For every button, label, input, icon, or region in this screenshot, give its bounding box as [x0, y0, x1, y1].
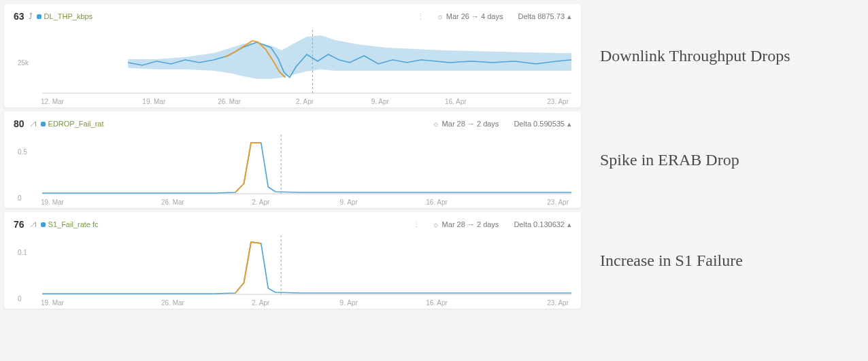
metric-name: EDROP_Fail_rat — [48, 120, 104, 128]
caret-up-icon: ▴ — [567, 12, 571, 20]
card-header: 76 ⩘ S1_Fail_rate fc ⋮ ☼Mar 28 → 2 days … — [14, 219, 571, 230]
date-range: ☼Mar 26 → 4 days — [437, 12, 503, 20]
x-ticks: 19. Mar 26. Mar 2. Apr 9. Apr 16. Apr 23… — [14, 298, 571, 307]
metric-name: DL_THP_kbps — [44, 12, 93, 20]
x-ticks: 19. Mar 26. Mar 2. Apr 9. Apr 16. Apr 23… — [14, 197, 571, 206]
trend-icon: ⩘ — [29, 119, 37, 128]
chart-area-2: 0.5 0 19. Mar 26. Mar 2. Apr 9. Apr 16. … — [14, 129, 571, 204]
y-tick: 0 — [18, 194, 22, 202]
card-header: 80 ⩘ EDROP_Fail_rat ☼Mar 28 → 2 days Del… — [14, 118, 571, 129]
label-col-3: Increase in S1 Failure — [581, 212, 868, 309]
series-color-dot — [37, 14, 41, 19]
card-header: 63 ⤴ DL_THP_kbps ⋮ ☼Mar 26 → 4 days Delt… — [14, 11, 571, 22]
chart-area-3: 0.1 0 19. Mar 26. Mar 2. Apr 9. Apr 16. … — [14, 230, 571, 305]
y-tick: 0 — [18, 295, 22, 303]
date-range: ☼Mar 28 → 2 days — [433, 120, 499, 128]
metric-row-2: 80 ⩘ EDROP_Fail_rat ☼Mar 28 → 2 days Del… — [0, 111, 868, 208]
delta-value: Delta 0.590535▴ — [514, 120, 571, 128]
caret-up-icon: ▴ — [567, 120, 571, 128]
score-badge: 76 — [14, 219, 24, 230]
chart-card-3[interactable]: 76 ⩘ S1_Fail_rate fc ⋮ ☼Mar 28 → 2 days … — [4, 212, 581, 309]
score-badge: 63 — [14, 11, 24, 22]
chart-area-1: 25k 12. Mar 19. Mar 26. Mar 2. Apr — [14, 22, 571, 103]
date-range: ☼Mar 28 → 2 days — [433, 220, 499, 228]
dashboard-page: 63 ⤴ DL_THP_kbps ⋮ ☼Mar 26 → 4 days Delt… — [0, 0, 868, 361]
delta-value: Delta 0.130632▴ — [514, 220, 571, 229]
series-color-dot — [41, 122, 46, 126]
label-col-2: Spike in ERAB Drop — [581, 111, 868, 208]
label-col-1: Downlink Throughput Drops — [581, 4, 868, 107]
delta-value: Delta 8875.73▴ — [518, 12, 572, 21]
metric-row-3: 76 ⩘ S1_Fail_rate fc ⋮ ☼Mar 28 → 2 days … — [0, 212, 868, 309]
calendar-icon: ☼ — [433, 220, 439, 228]
row-title: Downlink Throughput Drops — [600, 47, 790, 65]
score-badge: 80 — [14, 118, 24, 129]
trend-icon: ⩘ — [29, 220, 37, 229]
ellipsis-icon[interactable]: ⋮ — [417, 12, 426, 21]
row-title: Spike in ERAB Drop — [600, 151, 739, 169]
metric-name: S1_Fail_rate fc — [48, 220, 99, 228]
calendar-icon: ☼ — [433, 120, 439, 128]
row-title: Increase in S1 Failure — [600, 252, 743, 270]
calendar-icon: ☼ — [437, 12, 444, 20]
metric-row-1: 63 ⤴ DL_THP_kbps ⋮ ☼Mar 26 → 4 days Delt… — [0, 4, 868, 107]
x-ticks: 12. Mar 19. Mar 26. Mar 2. Apr 9. Apr 16… — [14, 97, 571, 105]
series-color-dot — [41, 222, 46, 227]
chart-card-2[interactable]: 80 ⩘ EDROP_Fail_rat ☼Mar 28 → 2 days Del… — [4, 111, 581, 208]
chart-card-1[interactable]: 63 ⤴ DL_THP_kbps ⋮ ☼Mar 26 → 4 days Delt… — [4, 4, 581, 107]
y-tick: 0.1 — [18, 249, 27, 256]
trend-icon: ⤴ — [29, 12, 33, 21]
y-tick: 0.5 — [18, 148, 27, 156]
caret-up-icon: ▴ — [567, 220, 571, 228]
y-tick: 25k — [18, 59, 29, 67]
ellipsis-icon[interactable]: ⋮ — [413, 220, 422, 229]
